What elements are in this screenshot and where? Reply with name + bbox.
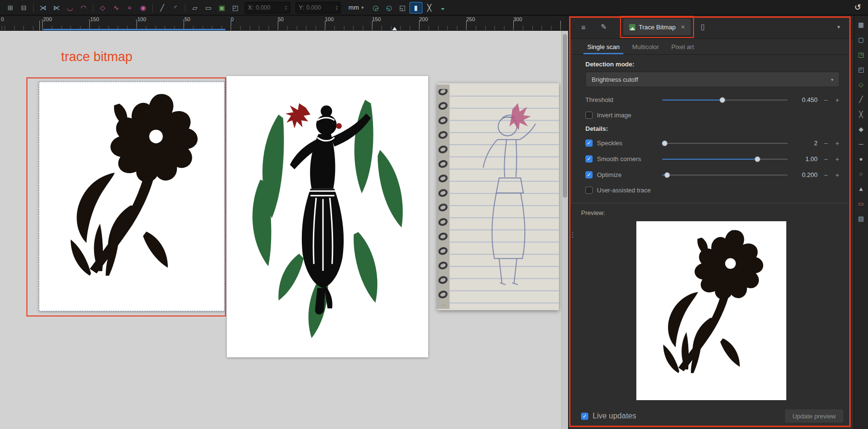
optimize-checkbox[interactable]: ✓: [585, 171, 593, 178]
slider-handle[interactable]: [662, 140, 668, 146]
separator[interactable]: [152, 3, 153, 12]
smooth-corners-increase-button[interactable]: +: [834, 155, 841, 163]
insert-node-extreme-icon[interactable]: ▣: [215, 2, 228, 13]
trace-settings-frame: Single scanMulticolorPixel art Detection…: [571, 39, 851, 203]
threshold-increase-button[interactable]: +: [834, 96, 841, 104]
snap-bbox-edges-icon[interactable]: ◳: [856, 49, 867, 60]
snap-midpoints-icon[interactable]: ─: [856, 139, 867, 149]
delete-segment-icon[interactable]: ◠: [77, 2, 90, 13]
separator[interactable]: [93, 3, 93, 12]
optimize-increase-button[interactable]: +: [834, 171, 841, 179]
detection-mode-dropdown[interactable]: Brightness cutoff ▾: [585, 72, 840, 87]
trace-preview-image: [636, 221, 786, 400]
horizontal-ruler[interactable]: 0-200-150-100-50050100150200250300: [0, 15, 568, 31]
corners-lpe-icon[interactable]: ◰: [229, 2, 242, 13]
canvas[interactable]: trace bitmap: [0, 30, 568, 429]
panel-resize-grip-icon[interactable]: ⋮: [569, 233, 576, 237]
threshold-decrease-button[interactable]: −: [822, 96, 829, 104]
stroke-to-path-icon[interactable]: ▭: [202, 2, 215, 13]
ruler-selection-highlight: [43, 29, 225, 30]
invert-image-checkbox[interactable]: ✓: [585, 112, 593, 119]
ruler-label: 300: [513, 16, 522, 22]
inkscape-window: ⊞⊟⋊⋉◡◠◇∿≈◉╱◜▱▭▣◰ X: 0.000 ▴▾ Y: 0.000 ▴▾…: [0, 0, 868, 429]
snap-intersections-icon[interactable]: ╳: [856, 109, 867, 119]
show-bezier-handles-icon[interactable]: ▮: [409, 2, 422, 13]
corner-node-icon[interactable]: ◇: [96, 2, 109, 13]
fill-stroke-tab-icon[interactable]: ≡: [575, 20, 592, 34]
symmetric-node-icon[interactable]: ≈: [123, 2, 136, 13]
object-to-path-icon[interactable]: ▱: [188, 2, 201, 13]
speckles-slider[interactable]: [662, 140, 788, 147]
delete-node-icon[interactable]: ⊟: [17, 2, 30, 13]
snap-grid-icon[interactable]: ▤: [856, 213, 867, 224]
optimize-slider[interactable]: [662, 172, 788, 178]
speckles-checkbox[interactable]: ✓: [585, 139, 593, 147]
snap-cusp-nodes-icon[interactable]: ◆: [856, 124, 867, 134]
separator[interactable]: [33, 3, 34, 12]
snap-global-icon[interactable]: ▦: [856, 19, 867, 30]
flower-bitmap-image[interactable]: [39, 82, 224, 311]
show-transform-handles-icon[interactable]: ◱: [396, 2, 409, 13]
reset-rotation-icon[interactable]: ↺: [851, 2, 864, 13]
user-assisted-row: ✓ User-assisted trace: [572, 183, 850, 197]
smooth-corners-checkbox[interactable]: ✓: [585, 155, 593, 163]
trace-bitmap-tab[interactable]: Trace Bitmap ×: [623, 19, 691, 35]
mask-edit-icon[interactable]: ◵: [383, 2, 396, 13]
snap-bbox-corners-icon[interactable]: ◰: [856, 64, 867, 75]
snap-rotation-center-icon[interactable]: ○: [856, 168, 867, 179]
break-nodes-icon[interactable]: ⋉: [50, 2, 63, 13]
x-value: 0.000: [256, 4, 283, 11]
optimize-decrease-button[interactable]: −: [822, 171, 829, 179]
join-nodes-icon[interactable]: ⋊: [37, 2, 50, 13]
units-dropdown[interactable]: mm ▾: [348, 4, 364, 11]
snap-paths-icon[interactable]: ╱: [856, 94, 867, 104]
scrollbar-thumb[interactable]: [563, 34, 567, 198]
scan-mode-tab[interactable]: Pixel art: [668, 40, 698, 54]
document-tab-icon[interactable]: ▯: [694, 20, 711, 34]
slider-handle[interactable]: [719, 97, 725, 103]
scan-mode-tab[interactable]: Single scan: [583, 40, 623, 54]
line-segment-icon[interactable]: ╱: [156, 2, 169, 13]
smooth-corners-decrease-button[interactable]: −: [822, 155, 829, 163]
update-preview-button[interactable]: Update preview: [784, 409, 844, 423]
notebook-sketch-photo[interactable]: [437, 83, 559, 310]
speckles-increase-button[interactable]: +: [834, 139, 841, 147]
snap-toolbar: ▦▢◳◰◇╱╳◆─●○▲▭▤: [854, 15, 868, 429]
lpe-parameter-icon[interactable]: ◒: [436, 2, 449, 13]
clip-edit-icon[interactable]: ◶: [369, 2, 382, 13]
slider-handle[interactable]: [755, 156, 760, 162]
snap-bbox-icon[interactable]: ▢: [856, 34, 867, 45]
canvas-vertical-scrollbar[interactable]: [561, 30, 568, 429]
smooth-corners-row: ✓ Smooth corners 1.00 − +: [572, 151, 850, 167]
snap-page-border-icon[interactable]: ▭: [856, 198, 867, 209]
invert-image-row: ✓ Invert image: [572, 108, 850, 122]
spinner-arrows-icon[interactable]: ▴▾: [336, 5, 338, 11]
tab-close-icon[interactable]: ×: [681, 23, 685, 31]
threshold-slider[interactable]: [662, 97, 788, 103]
smooth-node-icon[interactable]: ∿: [110, 2, 123, 13]
curve-segment-icon[interactable]: ◜: [169, 2, 182, 13]
join-segment-icon[interactable]: ◡: [63, 2, 76, 13]
objects-tab-icon[interactable]: ✎: [595, 20, 612, 34]
slider-handle[interactable]: [664, 172, 670, 178]
optimize-value: 0.200: [793, 171, 818, 178]
dancer-vector-image[interactable]: [227, 76, 428, 357]
panel-collapse-chevron-icon[interactable]: ▾: [831, 20, 847, 34]
invert-image-label: Invert image: [597, 112, 632, 119]
separator[interactable]: [185, 3, 186, 12]
smooth-corners-slider[interactable]: [662, 156, 788, 163]
snap-text-baseline-icon[interactable]: ▲: [856, 183, 867, 194]
insert-node-icon[interactable]: ⊞: [4, 2, 17, 13]
y-coordinate-field[interactable]: Y: 0.000 ▴▾: [296, 2, 341, 13]
user-assisted-checkbox[interactable]: ✓: [585, 187, 593, 194]
smooth-corners-label: Smooth corners: [597, 155, 641, 163]
speckles-decrease-button[interactable]: −: [822, 139, 829, 147]
spinner-arrows-icon[interactable]: ▴▾: [285, 5, 287, 11]
x-coordinate-field[interactable]: X: 0.000 ▴▾: [245, 2, 290, 13]
scan-mode-tab[interactable]: Multicolor: [628, 40, 663, 54]
show-outline-icon[interactable]: ╳: [423, 2, 436, 13]
snap-nodes-icon[interactable]: ◇: [856, 79, 867, 89]
auto-node-icon[interactable]: ◉: [136, 2, 149, 13]
snap-object-centers-icon[interactable]: ●: [856, 153, 867, 164]
live-updates-checkbox[interactable]: ✓: [581, 413, 588, 420]
